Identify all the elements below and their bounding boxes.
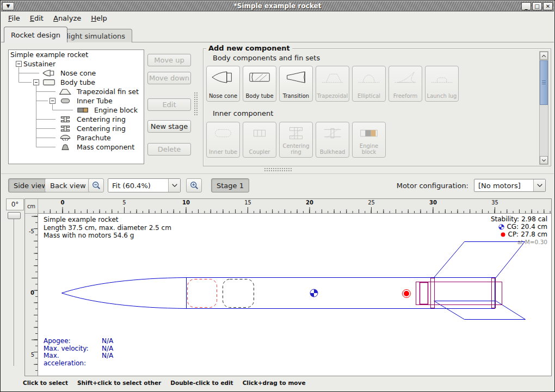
zoom-out-button[interactable]: [88, 178, 104, 192]
hint-text: Double-click to edit: [170, 379, 233, 386]
hint-text: Click to select: [23, 379, 68, 386]
tab-bar: Rocket design Flight simulations: [1, 24, 554, 42]
centering-ring-front: [431, 278, 435, 308]
component-button-label: Coupler: [249, 150, 270, 155]
zoom-combo-arrow[interactable]: [168, 179, 180, 192]
rotation-slider-track[interactable]: [14, 216, 15, 366]
chevron-down-icon: [536, 183, 543, 188]
menu-item[interactable]: Edit: [25, 13, 48, 24]
hint-bar: Click to selectShift+click to select oth…: [1, 377, 554, 388]
body-tube-button[interactable]: Body tube: [243, 66, 276, 102]
edit-button[interactable]: Edit: [147, 98, 191, 111]
component-icon: [283, 69, 309, 85]
move-down-button[interactable]: Move down: [147, 72, 191, 84]
tree-item-centering-ring-1[interactable]: Centering ring: [57, 115, 144, 124]
centering-ring-button[interactable]: Centering ring: [279, 122, 313, 158]
tree-item-centering-ring-2[interactable]: Centering ring: [57, 124, 144, 133]
tree-item-label: Centering ring: [77, 125, 126, 133]
back-view-button[interactable]: Back view: [45, 178, 91, 192]
upper-fin: [434, 242, 525, 278]
component-icon: [247, 69, 272, 85]
tree-expander-icon[interactable]: [16, 61, 22, 67]
body-components-label: Body components and fin sets: [213, 54, 320, 62]
transition-button[interactable]: Transition: [279, 66, 313, 102]
scrollbar-up-arrow-icon[interactable]: [540, 52, 548, 60]
ruler-tick-label: 35: [491, 200, 498, 206]
component-button-label: Freeform: [393, 94, 418, 99]
tree-item-icon: [41, 79, 57, 86]
tree-item-icon: [57, 116, 73, 123]
component-button-label: Elliptical: [357, 94, 380, 99]
tree-item-label: Nose cone: [60, 69, 96, 77]
tree-item-parachute[interactable]: Parachute: [57, 133, 144, 142]
window-menu-button[interactable]: ▼: [2, 2, 14, 10]
coupler-button[interactable]: Coupler: [243, 122, 276, 158]
stage-1-toggle[interactable]: Stage 1: [211, 178, 249, 192]
move-up-button[interactable]: Move up: [147, 54, 191, 66]
delete-button[interactable]: Delete: [147, 143, 191, 155]
tree-item-label: Simple example rocket: [10, 51, 88, 59]
chevron-down-icon: [171, 183, 178, 188]
window-menu-icon: ▼: [7, 3, 10, 9]
cp-icon: [500, 232, 506, 238]
bulkhead-button[interactable]: Bulkhead: [316, 122, 349, 158]
tree-expander-icon[interactable]: [50, 98, 55, 104]
trapezoidal-button[interactable]: Trapezoidal: [316, 66, 349, 102]
rotation-slider-handle[interactable]: [8, 212, 21, 219]
flight-data-row: Max. acceleration: N/A: [44, 352, 113, 367]
new-stage-button[interactable]: New stage: [147, 120, 191, 133]
hint-text: Shift+click to select other: [77, 379, 161, 386]
flight-data-label: Max. acceleration:: [44, 352, 102, 367]
window-title: *Simple example rocket: [1, 2, 554, 10]
scrollbar-down-arrow-icon[interactable]: [540, 156, 548, 164]
component-panel-scrollbar[interactable]: [539, 51, 548, 165]
tree-item-engine-block[interactable]: Engine block: [75, 105, 144, 115]
horizontal-ruler: 05101520253035: [38, 199, 551, 214]
tree-item-mass-component[interactable]: Mass component: [57, 142, 144, 152]
vertical-splitter-handle[interactable]: [194, 92, 198, 116]
ruler-tick-label: 0: [30, 290, 34, 296]
tab-rocket-design[interactable]: Rocket design: [4, 27, 67, 42]
motor-combo-arrow[interactable]: [533, 179, 545, 191]
inner-tube-button[interactable]: Inner tube: [206, 122, 240, 158]
add-new-component-panel: Add new component Body components and fi…: [203, 48, 551, 166]
tree-expander-icon[interactable]: [33, 79, 39, 85]
tree-item-sustainer[interactable]: Sustainer: [16, 59, 144, 69]
horizontal-splitter-handle[interactable]: [264, 167, 292, 172]
tree-item-fin-set[interactable]: Trapezoidal fin set: [57, 87, 144, 96]
tree-item-inner-tube[interactable]: Inner Tube: [50, 96, 144, 105]
zoom-in-button[interactable]: [186, 178, 202, 192]
tree-item-nose-cone[interactable]: Nose cone: [41, 69, 144, 78]
elliptical-button[interactable]: Elliptical: [352, 66, 386, 102]
rocket-canvas[interactable]: Simple example rocketLength 37.5 cm, max…: [38, 214, 551, 376]
view-toolbar: Side view Back view Fit (60.4%) Stage 1 …: [1, 178, 554, 194]
component-button-label: Transition: [283, 94, 309, 99]
tree-item-rocket-root[interactable]: Simple example rocket: [10, 50, 144, 59]
menu-item[interactable]: Help: [86, 13, 112, 24]
ruler-tick-label: 10: [182, 200, 190, 206]
menu-item[interactable]: Analyze: [48, 13, 86, 24]
inner-tube-outline: [416, 282, 502, 305]
minimize-button[interactable]: _: [521, 2, 531, 10]
flight-data-label: Apogee:: [44, 338, 102, 345]
motor-configuration-value: [No motors]: [474, 179, 533, 191]
engine-block-button[interactable]: Engine block: [352, 122, 386, 158]
tree-item-icon: [57, 97, 73, 104]
nose-cone-button[interactable]: Nose cone: [206, 66, 240, 102]
component-icon: [283, 125, 309, 141]
tree-item-icon: [57, 88, 73, 95]
rotation-angle-field[interactable]: 0°: [6, 198, 24, 210]
tree-item-icon: [41, 70, 57, 77]
scrollbar-thumb[interactable]: [540, 60, 548, 105]
motor-configuration-combo[interactable]: [No motors]: [474, 179, 546, 192]
maximize-button[interactable]: □: [532, 2, 542, 10]
close-button[interactable]: ✕: [543, 2, 553, 10]
menu-item[interactable]: File: [3, 13, 25, 24]
zoom-level-combo[interactable]: Fit (60.4%): [108, 178, 181, 192]
tree-item-icon: [57, 144, 73, 151]
ruler-tick-label: 25: [368, 200, 375, 206]
component-tree[interactable]: Simple example rocket Sustainer Nose con…: [8, 49, 144, 164]
tree-item-body-tube[interactable]: Body tube: [33, 78, 144, 87]
freeform-button[interactable]: Freeform: [388, 66, 422, 102]
launch-lug-button[interactable]: Launch lug: [425, 66, 459, 102]
